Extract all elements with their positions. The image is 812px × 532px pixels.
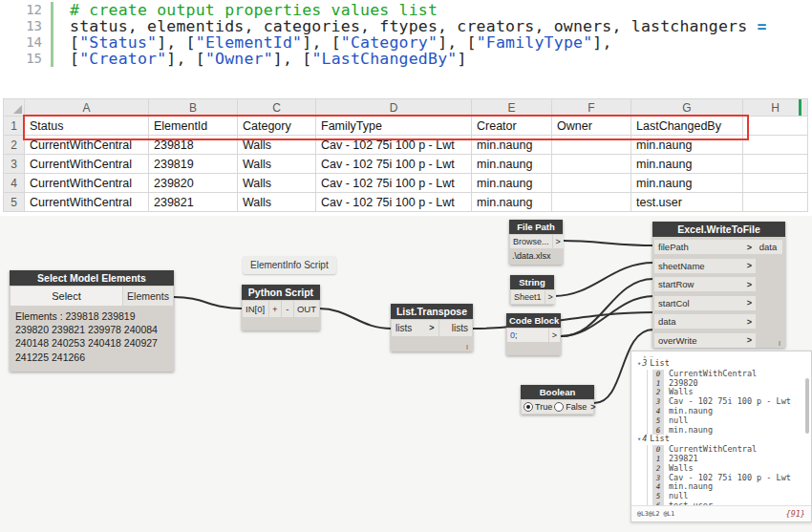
cell[interactable]: FamilyType bbox=[316, 117, 472, 136]
cell[interactable] bbox=[552, 136, 631, 155]
cell[interactable]: CurrentWithCentral bbox=[25, 193, 149, 212]
column-header-B[interactable]: B bbox=[149, 99, 238, 117]
node-select-model-elements[interactable]: Select Model Elements Select Elements El… bbox=[10, 270, 174, 372]
string-value-input[interactable]: Sheet1 bbox=[511, 290, 545, 304]
input-port-sheetName[interactable]: sheetName> bbox=[654, 259, 756, 273]
node-title[interactable]: String bbox=[510, 275, 554, 289]
row-number[interactable]: 1 bbox=[4, 117, 25, 136]
node-boolean[interactable]: Boolean True False > bbox=[521, 385, 594, 415]
cell[interactable]: Owner bbox=[552, 117, 631, 136]
port-chevron-icon[interactable]: > bbox=[743, 280, 752, 289]
column-header-C[interactable]: C bbox=[238, 99, 316, 117]
collapse-arrow-icon[interactable]: ▾ bbox=[637, 360, 641, 368]
port-chevron-icon[interactable]: > bbox=[425, 323, 434, 333]
data-preview-bubble[interactable]: ▴ — ▾3List0CurrentWithCentral12398202Wal… bbox=[630, 351, 812, 522]
node-title[interactable]: List.Transpose bbox=[391, 304, 473, 319]
cell[interactable]: min.naung bbox=[472, 174, 552, 193]
wire-codeblock-to-startcol[interactable] bbox=[561, 296, 653, 336]
cell[interactable]: Walls bbox=[238, 174, 316, 193]
node-string[interactable]: String Sheet1 > bbox=[510, 275, 554, 305]
column-header-A[interactable]: A bbox=[25, 99, 149, 117]
wire-string-to-sheetname[interactable] bbox=[554, 263, 653, 296]
code-block-expression[interactable]: 0; bbox=[507, 329, 548, 342]
node-title[interactable]: Excel.WriteToFile bbox=[652, 222, 785, 237]
node-title[interactable]: Python Script bbox=[242, 285, 320, 300]
add-input-button[interactable]: + bbox=[269, 301, 281, 317]
cell[interactable]: Category bbox=[238, 117, 316, 136]
input-port-startRow[interactable]: startRow> bbox=[654, 277, 756, 291]
collapse-arrow-icon[interactable]: ▾ bbox=[637, 436, 641, 443]
port-chevron-icon[interactable]: > bbox=[743, 298, 752, 308]
cell[interactable] bbox=[552, 193, 631, 212]
cell[interactable] bbox=[552, 155, 631, 174]
port-chevron-icon[interactable]: > bbox=[743, 243, 752, 252]
input-port-lists[interactable]: lists > bbox=[392, 320, 438, 336]
note-elementinfo-script[interactable]: ElementInfo Script bbox=[243, 256, 336, 274]
input-port-overWrite[interactable]: overWrite> bbox=[654, 333, 756, 348]
output-port-chevron[interactable]: > bbox=[553, 235, 564, 248]
browse-button[interactable]: Browse... bbox=[510, 235, 552, 248]
wire-filepath-to-filepath[interactable] bbox=[563, 241, 653, 245]
row-number[interactable]: 4 bbox=[4, 174, 25, 193]
list-levels-label[interactable]: @L3@L2 @L1 bbox=[637, 510, 674, 518]
column-header-D[interactable]: D bbox=[316, 99, 472, 117]
row-number[interactable]: 5 bbox=[4, 193, 25, 212]
input-port-data[interactable]: data> bbox=[654, 314, 756, 329]
radio-false[interactable] bbox=[554, 402, 564, 412]
node-file-path[interactable]: File Path Browse... > .\data.xlsx bbox=[509, 220, 563, 265]
cell[interactable]: min.naung bbox=[631, 174, 743, 193]
cell[interactable]: 239820 bbox=[149, 174, 238, 193]
input-port-in0[interactable]: IN[0] bbox=[243, 301, 268, 317]
cell[interactable]: ElementId bbox=[149, 117, 238, 136]
cell[interactable]: Cav - 102 75i 100 p - Lwt bbox=[316, 174, 472, 193]
port-chevron-icon[interactable]: > bbox=[743, 261, 752, 270]
row-number[interactable]: 3 bbox=[4, 155, 25, 174]
node-code-block[interactable]: Code Block 0; > bbox=[506, 313, 561, 355]
cell[interactable]: Cav - 102 75i 100 p - Lwt bbox=[316, 136, 472, 155]
cell[interactable]: Walls bbox=[238, 193, 316, 212]
wire-elements-to-in0[interactable] bbox=[174, 297, 242, 309]
dynamo-canvas[interactable]: Select Model Elements Select Elements El… bbox=[0, 216, 812, 532]
remove-input-button[interactable]: - bbox=[282, 301, 293, 317]
input-port-startCol[interactable]: startCol> bbox=[654, 296, 756, 310]
select-all-corner[interactable] bbox=[4, 99, 25, 117]
cell[interactable]: CurrentWithCentral bbox=[25, 174, 149, 193]
cell[interactable]: Walls bbox=[238, 136, 316, 155]
cell[interactable] bbox=[552, 174, 631, 193]
node-python-script[interactable]: Python Script IN[0] + - OUT bbox=[242, 285, 320, 330]
column-header-G[interactable]: G bbox=[631, 99, 743, 117]
radio-true[interactable] bbox=[524, 402, 533, 412]
cell[interactable] bbox=[743, 174, 808, 193]
output-port-lists[interactable]: lists bbox=[439, 320, 472, 336]
port-chevron-icon[interactable]: > bbox=[743, 317, 752, 327]
node-list-transpose[interactable]: List.Transpose lists > lists I bbox=[391, 304, 473, 351]
cell[interactable]: min.naung bbox=[472, 155, 552, 174]
input-port-filePath[interactable]: filePath> bbox=[654, 240, 756, 254]
node-title[interactable]: Code Block bbox=[506, 313, 561, 328]
cell[interactable] bbox=[743, 136, 808, 155]
cell[interactable] bbox=[743, 117, 808, 136]
node-title[interactable]: Boolean bbox=[521, 385, 594, 399]
output-port-out[interactable]: OUT bbox=[294, 301, 319, 317]
cell[interactable]: min.naung bbox=[631, 155, 743, 174]
port-chevron-icon[interactable]: > bbox=[743, 335, 752, 345]
column-header-F[interactable]: F bbox=[552, 99, 631, 117]
cell[interactable]: Creator bbox=[472, 117, 552, 136]
select-button[interactable]: Select bbox=[11, 287, 122, 306]
cell[interactable]: min.naung bbox=[631, 136, 743, 155]
cell[interactable]: Cav - 102 75i 100 p - Lwt bbox=[316, 193, 472, 212]
wire-codeblock-to-startrow[interactable] bbox=[561, 279, 653, 336]
cell[interactable]: min.naung bbox=[472, 193, 552, 212]
node-excel-writetofile[interactable]: Excel.WriteToFile filePath>sheetName>sta… bbox=[652, 222, 785, 348]
cell[interactable]: Cav - 102 75i 100 p - Lwt bbox=[316, 155, 472, 174]
preview-scrollbar[interactable] bbox=[805, 378, 809, 434]
cell[interactable] bbox=[743, 155, 808, 174]
cell[interactable]: 239819 bbox=[149, 155, 238, 174]
cell[interactable]: LastChangedBy bbox=[631, 117, 743, 136]
column-header-E[interactable]: E bbox=[472, 99, 552, 117]
cell[interactable]: CurrentWithCentral bbox=[25, 136, 149, 155]
row-number[interactable]: 2 bbox=[4, 136, 25, 155]
cell[interactable]: 239818 bbox=[149, 136, 238, 155]
lacing-indicator[interactable]: I bbox=[779, 340, 780, 347]
output-port-chevron[interactable]: > bbox=[545, 290, 556, 304]
